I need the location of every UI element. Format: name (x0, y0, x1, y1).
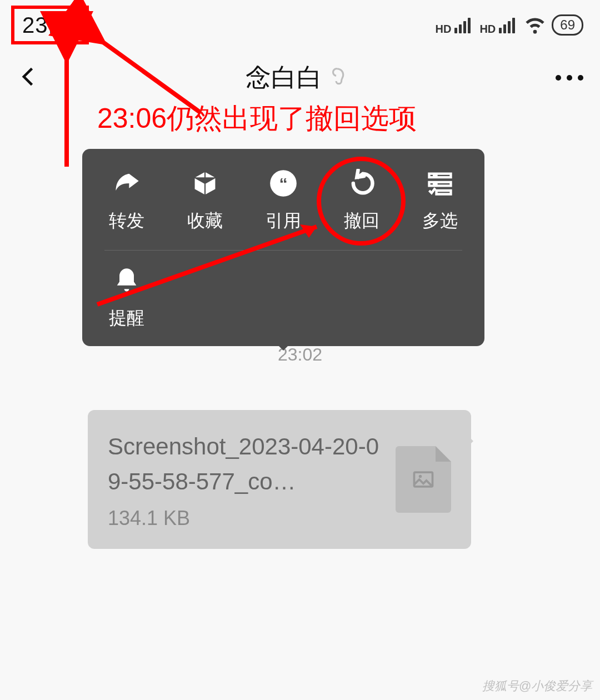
favorite-icon (189, 168, 221, 199)
menu-favorite[interactable]: 收藏 (166, 168, 244, 233)
menu-label: 转发 (109, 209, 144, 233)
menu-recall[interactable]: 撤回 (322, 168, 401, 233)
hd-indicator-2: HD (479, 23, 496, 36)
remind-icon (111, 265, 142, 296)
menu-label: 引用 (266, 209, 301, 233)
chat-title: 念白白 (246, 61, 322, 95)
recall-icon (346, 168, 377, 199)
message-context-menu: 转发 收藏 “ 引用 撤回 多选 提醒 (82, 149, 484, 346)
menu-label: 多选 (422, 209, 458, 233)
annotation-text: 23:06仍然出现了撤回选项 (97, 100, 417, 137)
quote-icon: “ (268, 168, 299, 199)
menu-multiselect[interactable]: 多选 (401, 168, 479, 233)
menu-forward[interactable]: 转发 (88, 168, 166, 233)
earpiece-icon (330, 66, 351, 89)
status-right: HD HD 69 (436, 13, 583, 37)
svg-text:“: “ (279, 174, 287, 193)
multiselect-icon (424, 168, 456, 199)
chat-nav: 念白白 (0, 50, 600, 106)
menu-divider (104, 250, 462, 251)
menu-remind[interactable]: 提醒 (88, 265, 166, 331)
annotation-box-time (11, 6, 89, 44)
hd-indicator-1: HD (436, 23, 452, 36)
svg-point-6 (419, 475, 422, 478)
signal-icon-1 (454, 17, 471, 33)
nav-title-wrap: 念白白 (246, 61, 351, 95)
back-button[interactable] (17, 64, 41, 91)
message-timestamp: 23:02 (0, 344, 600, 365)
menu-quote[interactable]: “ 引用 (244, 168, 323, 233)
menu-label: 提醒 (109, 306, 144, 331)
more-button[interactable] (556, 75, 583, 81)
status-bar: 23:06 HD HD 69 (0, 0, 600, 50)
file-info: Screenshot_2023-04-20-09-55-58-577_co… 1… (108, 429, 382, 530)
message-bubble[interactable]: Screenshot_2023-04-20-09-55-58-577_co… 1… (88, 410, 471, 549)
menu-label: 撤回 (344, 209, 379, 233)
file-name: Screenshot_2023-04-20-09-55-58-577_co… (108, 429, 382, 499)
menu-label: 收藏 (187, 209, 223, 233)
watermark: 搜狐号@小俊爱分享 (482, 678, 592, 694)
file-thumbnail (396, 446, 451, 513)
battery-indicator: 69 (552, 14, 583, 36)
forward-icon (111, 168, 142, 199)
wifi-icon (524, 13, 546, 37)
signal-icon-2 (499, 17, 515, 33)
file-size: 134.1 KB (108, 507, 382, 530)
